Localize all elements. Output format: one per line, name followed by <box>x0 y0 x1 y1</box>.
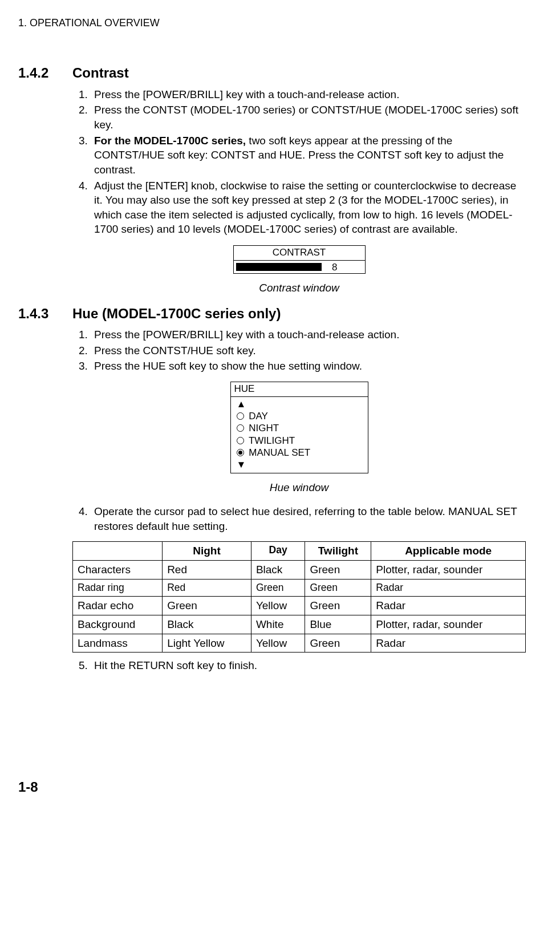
table-cell: Green <box>305 560 371 579</box>
table-cell: Radar <box>371 579 526 597</box>
table-header <box>73 542 163 561</box>
contrast-bar <box>236 263 322 271</box>
table-cell: Characters <box>73 560 163 579</box>
step-item: Press the CONTST (MODEL-1700 series) or … <box>91 103 526 132</box>
section-143-content: Press the [POWER/BRILL] key with a touch… <box>72 327 526 673</box>
table-row: CharactersRedBlackGreenPlotter, radar, s… <box>73 560 526 579</box>
page-number: 1-8 <box>18 778 38 796</box>
table-cell: Background <box>73 615 163 634</box>
steps-list-143b: Operate the cursor pad to select hue des… <box>72 504 526 533</box>
hue-table: NightDayTwilightApplicable modeCharacter… <box>72 541 526 653</box>
radio-icon <box>237 412 244 420</box>
radio-icon <box>237 424 244 432</box>
heading-143: 1.4.3Hue (MODEL-1700C series only) <box>18 305 526 323</box>
table-cell: Black <box>163 615 251 634</box>
heading-title: Hue (MODEL-1700C series only) <box>72 306 281 321</box>
table-cell: Plotter, radar, sounder <box>371 560 526 579</box>
table-cell: Radar ring <box>73 579 163 597</box>
table-cell: Blue <box>305 615 371 634</box>
radio-icon <box>237 437 244 444</box>
heading-num: 1.4.3 <box>18 305 72 323</box>
table-header: Twilight <box>305 542 371 561</box>
table-cell: Green <box>163 597 251 615</box>
table-row: Radar echoGreenYellowGreenRadar <box>73 597 526 615</box>
hue-option: MANUAL SET <box>237 447 363 459</box>
table-header: Night <box>163 542 251 561</box>
page-header: 1. OPERATIONAL OVERVIEW <box>18 16 526 30</box>
table-row: LandmassLight YellowYellowGreenRadar <box>73 634 526 653</box>
table-header: Applicable mode <box>371 542 526 561</box>
hue-window: HUE ▲ DAY NIGHT TWILIGHT MANUAL SET▼ <box>230 382 368 473</box>
table-cell: Radar echo <box>73 597 163 615</box>
step-item: Press the [POWER/BRILL] key with a touch… <box>91 327 526 342</box>
hue-option: DAY <box>237 410 363 422</box>
step-item: Press the CONTST/HUE soft key. <box>91 343 526 358</box>
table-cell: White <box>251 615 305 634</box>
table-cell: Radar <box>371 597 526 615</box>
contrast-window: CONTRAST 8 <box>233 245 366 274</box>
step-item: Adjust the [ENTER] knob, clockwise to ra… <box>91 179 526 237</box>
hue-caption: Hue window <box>72 480 526 495</box>
step-item: Press the [POWER/BRILL] key with a touch… <box>91 87 526 102</box>
steps-list-142: Press the [POWER/BRILL] key with a touch… <box>72 87 526 237</box>
section-142-content: Press the [POWER/BRILL] key with a touch… <box>72 87 526 295</box>
step-item: For the MODEL-1700C series, two soft key… <box>91 133 526 177</box>
hue-option: TWILIGHT <box>237 435 363 447</box>
table-cell: Green <box>305 579 371 597</box>
steps-list-143a: Press the [POWER/BRILL] key with a touch… <box>72 327 526 374</box>
table-cell: Radar <box>371 634 526 653</box>
table-cell: Plotter, radar, sounder <box>371 615 526 634</box>
contrast-figure: CONTRAST 8 <box>72 245 526 274</box>
table-cell: Light Yellow <box>163 634 251 653</box>
step-item: Operate the cursor pad to select hue des… <box>91 504 526 533</box>
heading-142: 1.4.2Contrast <box>18 64 526 82</box>
heading-num: 1.4.2 <box>18 64 72 82</box>
table-cell: Black <box>251 560 305 579</box>
contrast-caption: Contrast window <box>72 281 526 295</box>
table-row: Radar ringRedGreenGreenRadar <box>73 579 526 597</box>
hue-title: HUE <box>231 382 368 397</box>
contrast-value: 8 <box>332 261 337 274</box>
table-cell: Green <box>305 597 371 615</box>
scroll-down-icon: ▼ <box>237 459 363 471</box>
hue-option: NIGHT <box>237 422 363 434</box>
table-cell: Green <box>251 579 305 597</box>
table-cell: Red <box>163 579 251 597</box>
table-cell: Landmass <box>73 634 163 653</box>
contrast-title: CONTRAST <box>234 246 365 261</box>
scroll-up-icon: ▲ <box>237 398 363 410</box>
table-row: BackgroundBlackWhiteBluePlotter, radar, … <box>73 615 526 634</box>
hue-figure: HUE ▲ DAY NIGHT TWILIGHT MANUAL SET▼ <box>72 382 526 473</box>
table-cell: Green <box>305 634 371 653</box>
heading-title: Contrast <box>72 65 129 80</box>
table-cell: Yellow <box>251 597 305 615</box>
step-item: Hit the RETURN soft key to finish. <box>91 658 526 673</box>
step-item: Press the HUE soft key to show the hue s… <box>91 359 526 374</box>
table-header: Day <box>251 542 305 561</box>
table-cell: Red <box>163 560 251 579</box>
steps-list-143c: Hit the RETURN soft key to finish. <box>72 658 526 673</box>
table-cell: Yellow <box>251 634 305 653</box>
radio-icon <box>237 449 244 456</box>
